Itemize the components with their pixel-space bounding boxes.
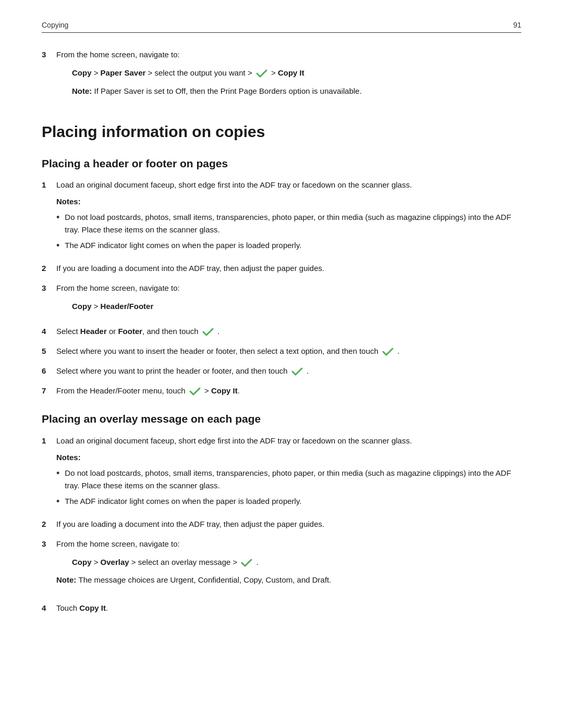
checkmark-icon-4 [291,367,303,376]
sub1-step7-sep: > [204,386,211,395]
checkmark-icon-2 [202,327,214,337]
sub1-step2-content: If you are loading a document into the A… [56,262,521,275]
step3-note-text: If Paper Saver is set to Off, then the P… [94,87,362,95]
sub2-step4-content: Touch Copy It. [56,602,521,614]
sub1-notes-list: • Do not load postcards, photos, small i… [56,211,521,252]
main-section-title: Placing information on copies [42,121,521,142]
sub1-step5-end: . [397,347,399,355]
checkmark-icon-3 [382,347,394,356]
bullet-dot-3: • [56,468,59,479]
sub2-note-text-1: Do not load postcards, photos, small ite… [65,467,521,492]
sub1-step3-num: 3 [42,282,56,318]
sub1-step6-text: Select where you want to print the heade… [56,366,290,375]
sub2-step2-content: If you are loading a document into the A… [56,518,521,530]
sub2-nav-end: . [256,558,259,566]
header-title: Copying [42,21,68,29]
sub1-step3-nav: Copy > Header/Footer [72,300,521,313]
sub1-step1-num: 1 [42,179,56,255]
sub1-step3-text: From the home screen, navigate to: [56,283,180,292]
sub2-step2-text: If you are loading a document into the A… [56,520,324,528]
page-header: Copying 91 [42,21,521,33]
step3-note-block: Note: If Paper Saver is set to Off, then… [72,85,521,97]
sub1-note-item-1: • Do not load postcards, photos, small i… [56,211,521,236]
header-page-number: 91 [513,21,521,29]
sub1-step1-content: Load an original document faceup, short … [56,179,521,255]
sub2-note-label: Note: [56,575,79,584]
sub1-step5-block: 5 Select where you want to insert the he… [42,345,521,357]
sub2-notes-label: Notes: [56,451,521,464]
step3-nav: Copy > Paper Saver > select the output y… [72,66,521,80]
page-container: Copying 91 3 From the home screen, navig… [0,0,563,653]
sub1-step1-text: Load an original document faceup, short … [56,180,412,189]
sub2-note-item-1: • Do not load postcards, photos, small i… [56,467,521,492]
step3-nav-sep2: > select the output you want > [145,68,254,77]
step3-content: From the home screen, navigate to: Copy … [56,48,521,106]
sub2-step3-content: From the home screen, navigate to: Copy … [56,538,521,595]
sub1-step4-content: Select Header or Footer, and then touch … [56,325,521,338]
sub1-step3-content: From the home screen, navigate to: Copy … [56,282,521,318]
step3-text: From the home screen, navigate to: [56,50,180,59]
step3-block: 3 From the home screen, navigate to: Cop… [42,48,521,106]
step3-nav-copy: Copy [72,68,92,77]
sub2-step1-num: 1 [42,435,56,511]
sub1-nav-copy: Copy [72,302,92,311]
sub2-note-text: The message choices are Urgent, Confiden… [79,575,332,584]
sub1-step2-text: If you are loading a document into the A… [56,264,324,273]
step3-nav-sep3: > [271,68,278,77]
sub1-nav-sep1: > [92,302,101,311]
sub2-step1-block: 1 Load an original document faceup, shor… [42,435,521,511]
checkmark-icon-5 [189,387,201,396]
bullet-dot-2: • [56,240,59,252]
sub2-nav-sep1: > [92,558,101,566]
sub2-step3-text: From the home screen, navigate to: [56,539,180,548]
sub1-step6-num: 6 [42,365,56,377]
sub1-step2-block: 2 If you are loading a document into the… [42,262,521,275]
sub2-step3-note-block: Note: The message choices are Urgent, Co… [56,574,521,586]
sub1-notes-label: Notes: [56,195,521,208]
step3-note-label: Note: [72,87,94,95]
subsection1-title: Placing a header or footer on pages [42,156,521,170]
sub2-nav-copy: Copy [72,558,92,566]
sub1-step2-num: 2 [42,262,56,275]
sub1-step4-num: 4 [42,325,56,338]
sub1-step7-num: 7 [42,385,56,397]
sub1-step4-end: . [217,327,219,336]
sub1-step4-block: 4 Select Header or Footer, and then touc… [42,325,521,338]
sub1-step6-block: 6 Select where you want to print the hea… [42,365,521,377]
sub2-step3-nav: Copy > Overlay > select an overlay messa… [72,556,521,569]
bullet-dot-1: • [56,212,59,224]
sub1-nav-headerfooter: Header/Footer [101,302,154,311]
sub1-note-text-1: Do not load postcards, photos, small ite… [65,211,521,236]
sub1-step7-text: From the Header/Footer menu, touch [56,386,188,395]
sub1-step7-content: From the Header/Footer menu, touch > Cop… [56,385,521,397]
sub2-step1-content: Load an original document faceup, short … [56,435,521,511]
checkmark-icon-6 [241,558,252,567]
sub1-step4-text: Select Header or Footer, and then touch [56,327,201,336]
sub1-step5-num: 5 [42,345,56,357]
sub1-step7-block: 7 From the Header/Footer menu, touch > C… [42,385,521,397]
sub2-nav-overlay: Overlay [101,558,129,566]
sub1-note-text-2: The ADF indicator light comes on when th… [65,239,301,252]
sub2-step3-block: 3 From the home screen, navigate to: Cop… [42,538,521,595]
sub2-step4-text: Touch Copy It. [56,603,108,612]
sub2-nav-sep2: > select an overlay message > [129,558,240,566]
sub2-note-text-2: The ADF indicator light comes on when th… [65,495,301,508]
sub2-step2-block: 2 If you are loading a document into the… [42,518,521,530]
sub1-step7-copyit: Copy It [211,386,238,395]
sub1-step7-end: . [238,386,240,395]
sub1-step5-text: Select where you want to insert the head… [56,347,381,355]
sub2-notes-list: • Do not load postcards, photos, small i… [56,467,521,508]
sub1-note-item-2: • The ADF indicator light comes on when … [56,239,521,252]
sub1-step5-content: Select where you want to insert the head… [56,345,521,357]
sub2-step4-block: 4 Touch Copy It. [42,602,521,614]
sub2-step1-text: Load an original document faceup, short … [56,436,412,445]
step3-nav-sep1: > [92,68,101,77]
sub2-step4-num: 4 [42,602,56,614]
sub1-step6-content: Select where you want to print the heade… [56,365,521,377]
subsection2-title: Placing an overlay message on each page [42,412,521,426]
step3-nav-copyit: Copy It [278,68,304,77]
sub1-step6-end: . [307,366,309,375]
sub1-step3-block: 3 From the home screen, navigate to: Cop… [42,282,521,318]
step3-nav-papersaver: Paper Saver [101,68,146,77]
sub2-note-item-2: • The ADF indicator light comes on when … [56,495,521,508]
